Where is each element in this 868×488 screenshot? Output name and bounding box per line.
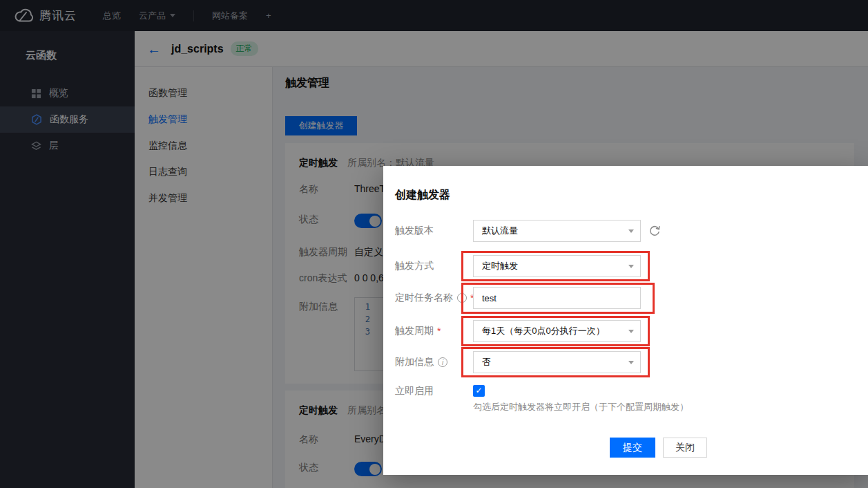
- chevron-down-icon: [628, 229, 634, 233]
- trigger-type-value: 定时触发: [482, 261, 518, 271]
- version-value: 默认流量: [482, 225, 518, 236]
- enable-label: 立即启用: [395, 380, 434, 402]
- enable-hint: 勾选后定时触发器将立即开启（于下个配置周期触发）: [473, 401, 688, 413]
- chevron-down-icon: [628, 330, 634, 333]
- cycle-value: 每1天（每天0点0分执行一次）: [482, 326, 605, 336]
- version-label: 触发版本: [395, 220, 434, 242]
- version-select[interactable]: 默认流量: [473, 220, 641, 242]
- info-icon[interactable]: i: [457, 293, 467, 303]
- create-trigger-modal: 创建触发器 触发版本 默认流量 触发方式 定时触发 定时任务名称 i: [383, 166, 868, 475]
- page: 腾讯云 总览 云产品 网站备案 + 云函数 概览: [0, 0, 868, 488]
- trigger-type-select[interactable]: 定时触发: [473, 255, 641, 277]
- extra-info-value: 否: [482, 357, 491, 367]
- extra-info-select[interactable]: 否: [473, 351, 641, 373]
- enable-checkbox[interactable]: ✓: [473, 385, 485, 397]
- submit-button[interactable]: 提交: [610, 438, 655, 458]
- cycle-label: 触发周期 *: [395, 320, 441, 342]
- info-icon[interactable]: i: [438, 357, 447, 367]
- trigger-type-label: 触发方式: [395, 255, 434, 277]
- close-button[interactable]: 关闭: [663, 438, 707, 458]
- refresh-icon[interactable]: [648, 224, 662, 238]
- task-name-input[interactable]: [473, 287, 641, 309]
- extra-info-label: 附加信息 i: [395, 351, 447, 373]
- task-name-label: 定时任务名称 i *: [395, 287, 474, 309]
- modal-title: 创建触发器: [395, 188, 450, 203]
- chevron-down-icon: [628, 265, 634, 268]
- chevron-down-icon: [628, 361, 634, 364]
- cycle-select[interactable]: 每1天（每天0点0分执行一次）: [473, 320, 641, 342]
